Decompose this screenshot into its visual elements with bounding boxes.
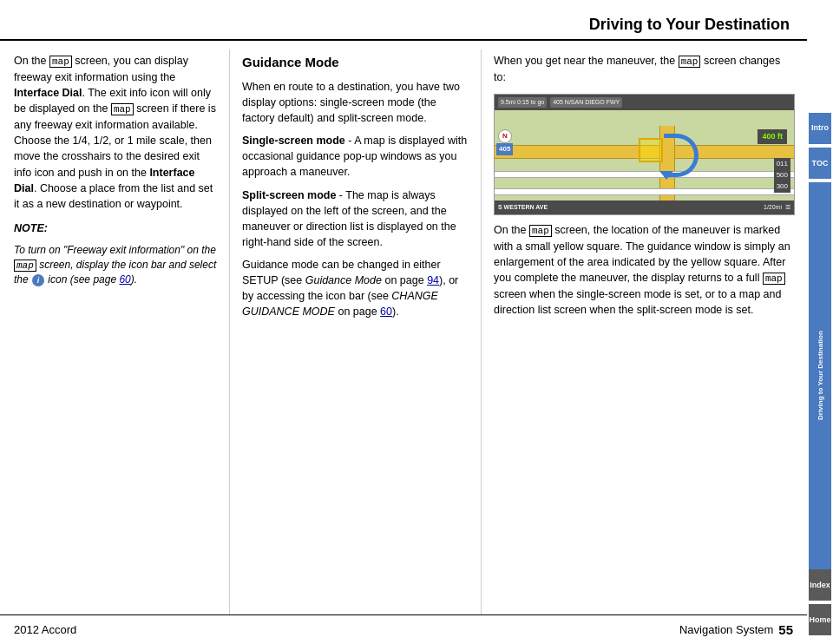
tab-index[interactable]: Index xyxy=(809,569,831,601)
map-menu-icon: ☰ xyxy=(785,203,790,212)
col-right: When you get near the maneuver, the map … xyxy=(482,49,807,614)
tab-toc[interactable]: TOC xyxy=(809,148,831,179)
content-area: On the map screen, you can display freew… xyxy=(0,41,807,614)
main-content: Driving to Your Destination On the map s… xyxy=(0,0,807,644)
map-badge-405: 405 xyxy=(496,143,513,155)
guidance-mode-heading: Guidance Mode xyxy=(242,53,469,72)
tab-driving[interactable]: Driving to Your Destination xyxy=(809,182,831,569)
map-num-011: 011 xyxy=(774,158,790,170)
left-para-1: On the map screen, you can display freew… xyxy=(14,53,217,212)
tab-home[interactable]: Home xyxy=(809,604,831,635)
map-num-500: 500 xyxy=(774,169,790,181)
map-word-right-1: map xyxy=(679,56,701,68)
note-title: NOTE: xyxy=(14,220,217,236)
page-container: Driving to Your Destination On the map s… xyxy=(0,0,833,644)
map-word-note: map xyxy=(14,260,36,272)
right-para-1: When you get near the maneuver, the map … xyxy=(494,53,795,85)
footer-car-model: 2012 Accord xyxy=(14,623,76,636)
map-street-header: 405 N/SAN DIEGO FWY xyxy=(550,97,622,108)
interface-dial-1: Interface Dial xyxy=(14,87,82,99)
page-94-link[interactable]: 94 xyxy=(427,274,439,286)
info-icon: i xyxy=(32,274,44,286)
map-scale-label: 1/20mi xyxy=(764,203,782,212)
page-60-link[interactable]: 60 xyxy=(380,306,392,318)
col-left: On the map screen, you can display freew… xyxy=(0,49,230,614)
guidance-mode-link[interactable]: Guidance Mode xyxy=(305,274,382,286)
map-word-2: map xyxy=(111,103,134,115)
map-word-right-2: map xyxy=(529,225,552,237)
right-para-2: On the map screen, the location of the m… xyxy=(494,222,795,318)
map-dist-badge: 400 ft xyxy=(758,129,787,144)
sidebar: Intro TOC Driving to Your Destination In… xyxy=(807,0,833,644)
nav-map: 9.5mi 0:15 to go 405 N/SAN DIEGO FWY xyxy=(494,94,795,215)
footer-nav-info: Navigation System 55 xyxy=(679,622,793,637)
road-h2 xyxy=(495,171,794,178)
map-footer-bar: S WESTERN AVE 1/20mi ☰ xyxy=(495,200,794,214)
map-compass: N xyxy=(498,129,512,143)
tab-intro[interactable]: Intro xyxy=(809,113,831,144)
split-screen-heading: Split-screen mode xyxy=(242,189,336,201)
road-h3 xyxy=(495,188,794,195)
map-word-1: map xyxy=(49,56,72,68)
map-word-right-3: map xyxy=(763,273,785,285)
change-guidance-link[interactable]: CHANGE GUIDANCE MODE xyxy=(242,290,438,318)
map-num-300: 300 xyxy=(774,181,790,193)
middle-para-2: Single-screen mode - A map is displayed … xyxy=(242,133,469,180)
col-middle: Guidance Mode When en route to a destina… xyxy=(230,49,482,614)
note-page-link[interactable]: 60 xyxy=(119,273,130,286)
page-title: Driving to Your Destination xyxy=(0,0,807,41)
note-body: To turn on "Freeway exit information" on… xyxy=(14,243,217,287)
single-screen-heading: Single-screen mode xyxy=(242,135,345,147)
map-bottom-street: S WESTERN AVE xyxy=(498,203,548,212)
middle-para-3: Split-screen mode - The map is always di… xyxy=(242,187,469,251)
map-bg: 400 ft 405 N S WESTERN AVE 1/20mi ☰ 011 xyxy=(495,110,794,214)
map-distance-info: 9.5mi 0:15 to go xyxy=(498,97,547,108)
middle-para-4: Guidance mode can be changed in either S… xyxy=(242,257,469,320)
page-footer: 2012 Accord Navigation System 55 xyxy=(0,614,807,644)
footer-nav-text: Navigation System xyxy=(679,623,773,636)
footer-page-num: 55 xyxy=(778,622,793,637)
middle-para-1: When en route to a destination, you have… xyxy=(242,79,469,126)
interface-dial-2: Interface Dial xyxy=(14,167,194,194)
map-header-bar: 9.5mi 0:15 to go 405 N/SAN DIEGO FWY xyxy=(495,95,794,110)
map-turn-arrow xyxy=(659,129,703,181)
